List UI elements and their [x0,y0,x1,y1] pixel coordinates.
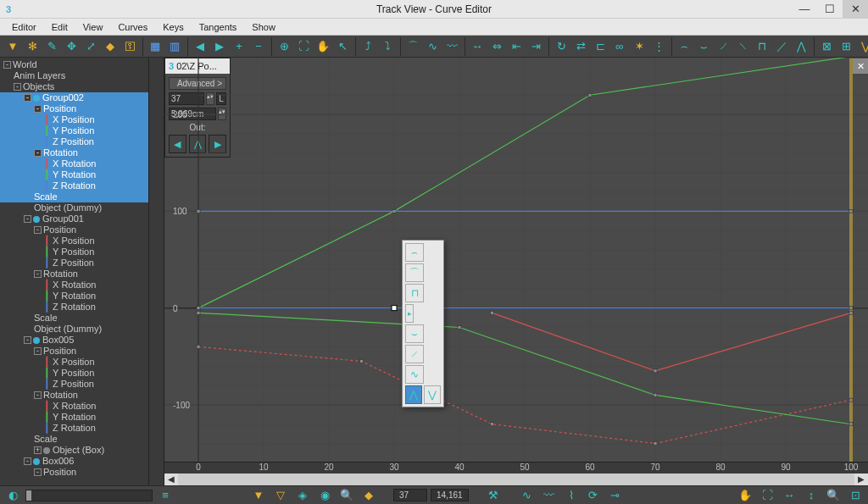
zoom-horiz-icon[interactable]: ↔ [780,486,798,505]
curve-graph[interactable]: 2001000-100 0102030405060708090100 ◀ ▶ ⌢… [164,58,868,485]
snap-frame-icon[interactable]: ▦ [146,37,164,56]
horizontal-scrollbar[interactable]: ◀ ▶ [164,474,868,485]
search-icon[interactable]: 🔍 [337,486,356,505]
nav-curve3-icon[interactable]: ⌇ [562,486,581,505]
menu-curves[interactable]: Curves [111,20,154,34]
tree-item[interactable]: -Position [0,103,148,114]
tree-item[interactable]: ┃Z Rotation [0,302,148,313]
gear-icon[interactable]: ✻ [23,37,42,56]
curve-flat-icon[interactable]: ⌒ [403,37,422,56]
tree-item[interactable]: Object (Dummy) [0,202,148,213]
move-icon[interactable]: ✥ [62,37,81,56]
maximize-button[interactable]: ☐ [817,0,843,19]
tree-item[interactable]: ┃Y Rotation [0,412,148,423]
frame-display[interactable]: 37 [393,489,427,501]
tangent-break-button[interactable]: ⋁ [424,385,441,404]
curve-constant-icon[interactable]: ⊏ [591,37,609,56]
curve-ease-icon[interactable]: ∿ [423,37,442,56]
range-left-icon[interactable]: ⇤ [507,37,526,56]
tangent-ease-button[interactable]: ⟋ [405,345,424,363]
playback-icon[interactable]: ◐ [3,486,22,505]
tree-item[interactable]: -Position [0,467,148,478]
tree-item[interactable]: ┃X Position [0,114,148,125]
hierarchy-panel[interactable]: -WorldAnim Layers-Objects-Group002-Posit… [0,58,149,485]
close-button[interactable]: ✕ [843,0,868,19]
next-key-icon[interactable]: ▶ [210,37,229,56]
filter-selected-icon[interactable]: ▼ [249,486,268,505]
curve-relative-icon[interactable]: ⋮ [649,37,668,56]
tree-item[interactable]: ┃X Rotation [0,401,148,412]
tangent-slow-button[interactable]: ⌢ [405,243,424,262]
time-slider[interactable] [25,490,153,501]
tangent-in-icon[interactable]: ⤴ [359,37,377,56]
key-lock-icon[interactable]: ⊠ [817,37,836,56]
time-ruler[interactable]: 0102030405060708090100 [164,462,868,474]
tangent-linear-icon[interactable]: ／ [772,37,791,56]
tree-item[interactable]: Scale [0,191,148,202]
range-grow-icon[interactable]: ⇔ [487,37,506,56]
tree-item[interactable]: ┃Z Position [0,379,148,390]
tangent-auto-icon[interactable]: ⌢ [675,37,693,56]
zoom-icon[interactable]: ⊕ [275,37,293,56]
delete-key-icon[interactable]: − [249,37,268,56]
tangent-step-icon[interactable]: ⊓ [753,37,771,56]
range-right-icon[interactable]: ⇥ [526,37,545,56]
tangent-slow-icon[interactable]: ⟍ [733,37,752,56]
zoom-tool-icon[interactable]: 🔍 [824,486,843,505]
menu-tangents[interactable]: Tangents [192,20,244,34]
tangent-custom-icon[interactable]: ⋀ [792,37,810,56]
layers-icon[interactable]: ◈ [293,486,312,505]
pan-hand-icon[interactable]: ✋ [736,486,754,505]
nav-curve5-icon[interactable]: ⊸ [606,486,625,505]
range-h-icon[interactable]: ↔ [468,37,487,56]
tree-item[interactable]: ┃Z Rotation [0,423,148,434]
tree-item[interactable]: ┃Y Position [0,368,148,379]
zoom-region2-icon[interactable]: ⊡ [846,486,865,505]
minimize-button[interactable]: — [792,0,817,19]
key-unify-icon[interactable]: ⋁ [856,37,868,56]
tree-item[interactable]: ┃Z Rotation [0,180,148,191]
tangent-out-icon[interactable]: ⤵ [378,37,397,56]
tree-item[interactable]: -World [0,59,148,70]
tree-item[interactable]: Anim Layers [0,70,148,81]
tree-item[interactable]: ┃X Position [0,357,148,368]
zoom-extents-icon[interactable]: ⛶ [758,486,776,505]
tree-item[interactable]: ┃Z Position [0,258,148,269]
prev-key-icon[interactable]: ◀ [191,37,209,56]
menu-view[interactable]: View [76,20,110,34]
eye-icon[interactable]: ◉ [315,486,334,505]
tree-item[interactable]: -Box005 [0,335,148,346]
tangent-fast-icon[interactable]: ⟋ [714,37,732,56]
tree-item[interactable]: +Object (Box) [0,445,148,456]
menu-editor[interactable]: Editor [5,20,43,34]
timeline-mode-icon[interactable]: ≡ [156,486,175,505]
tree-item[interactable]: ┃Y Position [0,246,148,258]
tangent-smooth-button[interactable]: ⌣ [405,324,424,343]
popup-close-button[interactable]: ✕ [853,58,868,74]
tree-item[interactable]: Scale [0,313,148,324]
nav-curve4-icon[interactable]: ⟳ [584,486,603,505]
filter-animated-icon[interactable]: ▽ [271,486,290,505]
lock-icon[interactable]: ⚿ [120,37,139,56]
menu-keys[interactable]: Keys [156,20,190,34]
snap-key-icon[interactable]: ▥ [165,37,184,56]
pan-icon[interactable]: ✋ [314,37,332,56]
tree-item[interactable]: ┃Z Position [0,136,148,147]
key-icon[interactable]: ◆ [101,37,120,56]
tree-item[interactable]: Object (Dummy) [0,324,148,335]
scale-icon[interactable]: ⤢ [81,37,100,56]
tree-item[interactable]: -Rotation [0,390,148,401]
tangent-custom-button[interactable]: ⋀ [405,385,422,404]
curve-spline-icon[interactable]: 〰 [442,37,461,56]
nav-curve2-icon[interactable]: 〰 [540,486,559,505]
curve-linear-icon[interactable]: ✶ [630,37,648,56]
tangent-flyout-button[interactable]: ▸ [405,304,414,323]
tree-item[interactable]: -Rotation [0,269,148,280]
zoom-region-icon[interactable]: ⛶ [294,37,313,56]
tree-item[interactable]: -Position [0,224,148,235]
hammer-icon[interactable]: ⚒ [484,486,503,505]
tree-item[interactable]: ┃X Rotation [0,280,148,291]
zoom-vert-icon[interactable]: ↕ [802,486,821,505]
menu-edit[interactable]: Edit [45,20,75,34]
nav-curve1-icon[interactable]: ∿ [518,486,537,505]
